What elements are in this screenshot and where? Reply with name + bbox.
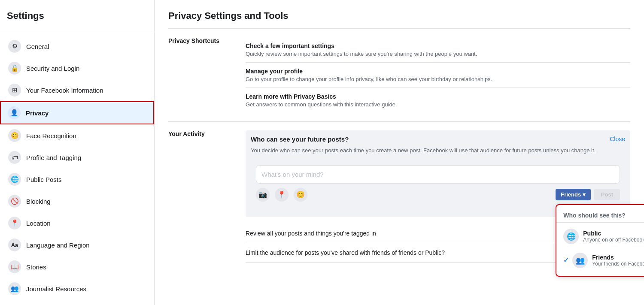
friends-option-title: Friends [592,254,644,261]
privacy-shortcuts-section: Privacy Shortcuts Check a few important … [168,29,630,122]
block-icon: 🚫 [8,195,21,208]
your-activity-section: Your Activity Who can see your future po… [168,122,630,271]
limit-past-text: Limit the audience for posts you've shar… [246,249,583,256]
public-option-title: Public [583,230,644,237]
your-activity-label: Your Activity [168,130,246,263]
composer-input[interactable]: What's on your mind? [256,165,620,184]
dropdown-option-text-public: Public Anyone on or off Facebook [583,230,644,243]
sidebar-item-facebook-info[interactable]: ⊞ Your Facebook Information [0,79,154,101]
post-button[interactable]: Post [594,189,620,200]
public-option-desc: Anyone on or off Facebook [583,237,644,243]
sidebar-item-blocking[interactable]: 🚫 Blocking [0,190,154,212]
face-icon: 😊 [8,129,21,142]
privacy-shortcuts-content: Check a few important settings Quickly r… [246,37,630,113]
shortcut-title-1: Manage your profile [246,68,630,75]
location-icon: 📍 [8,217,21,230]
sidebar-item-language[interactable]: Aa Language and Region [0,234,154,256]
friends-option-icon: 👥 [572,253,588,268]
globe-icon: 🌐 [8,173,21,186]
sidebar-item-label: Journalist Resources [26,285,86,293]
location-pin-icon[interactable]: 📍 [275,188,289,202]
future-posts-desc: You decide who can see your posts each t… [251,146,625,155]
info-icon: ⊞ [8,84,21,97]
sidebar-item-label: Security and Login [26,65,79,72]
language-icon: Aa [8,239,21,251]
journalist-icon: 👥 [8,282,21,295]
audience-dropdown-menu: Who should see this? 🌐 Public Anyone on … [556,204,644,277]
close-button[interactable]: Close [610,136,625,142]
sidebar-title: Settings [0,7,154,28]
sidebar-item-label: Location [26,220,51,227]
dropdown-option-public[interactable]: 🌐 Public Anyone on or off Facebook [556,224,644,248]
shortcut-item-2[interactable]: Learn more with Privacy Basics Get answe… [246,88,630,113]
shortcut-item-0[interactable]: Check a few important settings Quickly r… [246,37,630,63]
globe-option-icon: 🌐 [563,229,579,244]
stories-icon: 📖 [8,260,21,273]
composer-placeholder: What's on your mind? [261,171,324,178]
activity-content: Who can see your future posts? Close You… [246,130,630,263]
sidebar-item-stories[interactable]: 📖 Stories [0,256,154,278]
photo-icon[interactable]: 📷 [256,188,270,202]
sidebar-item-label: Stories [26,263,46,271]
future-posts-box: Who can see your future posts? Close You… [246,130,630,217]
sidebar-item-face-recognition[interactable]: 😊 Face Recognition [0,125,154,146]
sidebar-item-public-posts[interactable]: 🌐 Public Posts [0,169,154,190]
dropdown-option-text-friends: Friends Your friends on Facebook [592,254,644,267]
sidebar-item-label: Language and Region [26,242,90,249]
composer-action-icons: 📷 📍 😊 [256,188,307,202]
shortcut-desc-2: Get answers to common questions with thi… [246,101,630,108]
sidebar-item-profile-tagging[interactable]: 🏷 Profile and Tagging [0,147,154,168]
page-title: Privacy Settings and Tools [168,10,630,21]
privacy-shortcuts-label: Privacy Shortcuts [168,37,246,113]
sidebar: Settings ⚙ General 🔒 Security and Login … [0,0,155,305]
future-posts-header: Who can see your future posts? Close [251,136,625,143]
sidebar-item-label: Public Posts [26,176,62,183]
sidebar-item-general[interactable]: ⚙ General [0,36,154,57]
tag-icon: 🏷 [8,151,21,164]
sidebar-item-label: Your Facebook Information [26,87,103,94]
sidebar-item-label: Privacy [26,109,49,117]
shortcut-title-0: Check a few important settings [246,42,630,49]
person-icon: 👤 [8,106,21,119]
emoji-icon[interactable]: 😊 [294,188,307,202]
sidebar-item-label: Blocking [26,198,51,205]
dropdown-header: Who should see this? [556,208,644,223]
composer-actions: 📷 📍 😊 Friends ▾ Who should see this? 🌐 [256,188,620,202]
sidebar-item-security[interactable]: 🔒 Security and Login [0,57,154,79]
main-content: Privacy Settings and Tools Privacy Short… [155,0,644,305]
sidebar-divider [0,32,154,32]
sidebar-item-label: Face Recognition [26,132,76,139]
friends-dropdown-wrapper: Friends ▾ Who should see this? 🌐 Public … [556,189,591,200]
lock-icon: 🔒 [8,62,21,75]
check-icon: ✓ [563,257,569,264]
friends-audience-button[interactable]: Friends ▾ [556,189,591,200]
review-posts-text: Review all your posts and things you're … [246,230,583,237]
future-posts-title: Who can see your future posts? [251,136,349,143]
shortcut-desc-1: Go to your profile to change your profil… [246,76,630,82]
gear-icon: ⚙ [8,40,21,53]
sidebar-item-privacy[interactable]: 👤 Privacy [0,101,154,124]
shortcut-desc-0: Quickly review some important settings t… [246,51,630,57]
composer-box: What's on your mind? 📷 📍 😊 Friends ▾ [251,160,625,207]
sidebar-item-journalist[interactable]: 👥 Journalist Resources [0,278,154,299]
sidebar-item-label: Profile and Tagging [26,154,81,161]
sidebar-item-label: General [26,43,49,50]
friends-option-desc: Your friends on Facebook [592,261,644,267]
shortcut-item-1[interactable]: Manage your profile Go to your profile t… [246,63,630,88]
sidebar-item-location[interactable]: 📍 Location [0,212,154,234]
dropdown-option-friends[interactable]: ✓ 👥 Friends Your friends on Facebook [556,248,644,272]
shortcut-title-2: Learn more with Privacy Basics [246,93,630,100]
